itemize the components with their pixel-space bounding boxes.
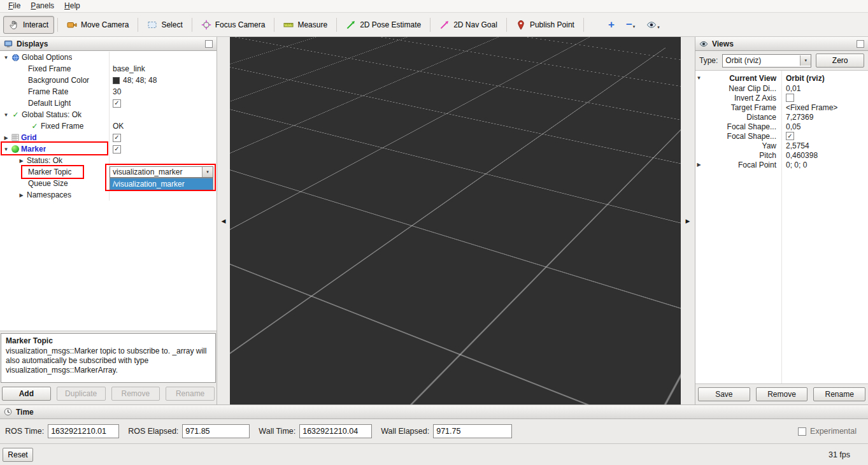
dropdown-option-selected[interactable]: /visualization_marker (110, 178, 213, 190)
background-color-value[interactable]: 48; 48; 48 (110, 75, 217, 86)
view-prop-row[interactable]: Near Clip Di... 0,01 (695, 83, 868, 93)
fixed-frame-value[interactable]: base_link (110, 63, 217, 75)
tree-row-background-color[interactable]: Background Color 48; 48; 48 (0, 75, 217, 86)
tool-visibility-button[interactable]: ▾ (644, 18, 662, 31)
wall-time-input[interactable] (299, 424, 372, 438)
expander-icon[interactable]: ▼ (695, 75, 702, 81)
zero-button[interactable]: Zero (816, 54, 864, 68)
duplicate-display-button[interactable]: Duplicate (57, 387, 106, 401)
menu-help[interactable]: Help (59, 0, 85, 12)
combo-dropdown-button[interactable]: ▾ (800, 55, 811, 66)
view-prop-row[interactable]: Target Frame <Fixed Frame> (695, 103, 868, 112)
menu-file[interactable]: File (3, 0, 25, 12)
ros-elapsed-input[interactable] (182, 424, 250, 438)
pose-arrow-icon (346, 20, 356, 30)
panel-splitter-left[interactable]: ◀ (217, 37, 230, 404)
ros-time-input[interactable] (48, 424, 119, 438)
view-prop-row[interactable]: Yaw 2,5754 (695, 141, 868, 150)
expander-icon[interactable]: ▼ (3, 147, 10, 152)
ros-elapsed-label: ROS Elapsed: (128, 427, 178, 436)
experimental-toggle[interactable]: Experimental (798, 427, 857, 436)
tree-row-marker-topic[interactable]: Marker Topic visualization_marker ▾ (0, 166, 217, 178)
current-view-row[interactable]: ▼Current View Orbit (rviz) (695, 73, 868, 83)
yaw-value[interactable]: 2,5754 (781, 141, 868, 150)
expander-icon[interactable]: ▶ (695, 162, 702, 168)
tree-row-global-options[interactable]: ▼Global Options (0, 52, 217, 63)
views-icon (699, 39, 708, 48)
3d-viewport[interactable] (230, 37, 681, 404)
focal-point-value[interactable]: 0; 0; 0 (781, 161, 868, 169)
grid-enabled-checkbox[interactable]: ✓ (113, 134, 121, 142)
focal-shape-size-value[interactable]: 0,05 (781, 122, 868, 131)
tree-row-global-status[interactable]: ▼✓Global Status: Ok (0, 109, 217, 120)
frame-rate-value[interactable]: 30 (110, 86, 217, 97)
time-panel-header[interactable]: Time (0, 405, 868, 419)
experimental-checkbox[interactable] (798, 427, 806, 436)
pose-estimate-tool-button[interactable]: 2D Pose Estimate (340, 16, 427, 34)
panel-splitter-right[interactable]: ▶ (681, 37, 695, 404)
tree-row-frame-rate[interactable]: Frame Rate 30 (0, 86, 217, 97)
row-label: Namespaces (27, 190, 71, 199)
views-panel-header[interactable]: Views (695, 37, 868, 51)
move-camera-tool-button[interactable]: Move Camera (61, 16, 134, 34)
expander-icon[interactable]: ▶ (18, 158, 25, 164)
expander-icon[interactable]: ▶ (3, 135, 10, 141)
save-view-button[interactable]: Save (698, 387, 750, 401)
tree-row-marker-status[interactable]: ▶Status: Ok (0, 155, 217, 166)
near-clip-value[interactable]: 0,01 (781, 84, 868, 93)
tree-row-status-fixed-frame[interactable]: ✓Fixed Frame OK (0, 120, 217, 132)
add-tool-button[interactable]: + (606, 18, 616, 31)
collapse-right-icon[interactable]: ▶ (686, 218, 690, 224)
invert-z-checkbox[interactable] (786, 94, 794, 102)
expander-icon[interactable]: ▶ (18, 192, 25, 198)
camera-icon (67, 20, 77, 30)
publish-point-tool-button[interactable]: Publish Point (510, 16, 580, 34)
ruler-icon (283, 20, 294, 30)
remove-view-button[interactable]: Remove (756, 387, 808, 401)
views-tree[interactable]: ▼Current View Orbit (rviz) Near Clip Di.… (695, 70, 868, 384)
menu-panels[interactable]: Panels (25, 0, 59, 12)
view-type-combo[interactable]: Orbit (rviz) ▾ (722, 54, 811, 68)
reset-button[interactable]: Reset (3, 448, 33, 462)
rename-display-button[interactable]: Rename (166, 387, 215, 401)
view-prop-row[interactable]: Focal Shape... ✓ (695, 131, 868, 141)
select-tool-button[interactable]: Select (141, 16, 188, 34)
tree-row-fixed-frame[interactable]: Fixed Frame base_link (0, 63, 217, 75)
add-display-button[interactable]: Add (2, 387, 51, 401)
panel-float-button[interactable] (857, 40, 864, 48)
combo-dropdown-button[interactable]: ▾ (202, 167, 213, 177)
rename-view-button[interactable]: Rename (813, 387, 865, 401)
combo-value: Orbit (rviz) (723, 56, 800, 65)
tree-row-grid[interactable]: ▶Grid ✓ (0, 132, 217, 143)
collapse-left-icon[interactable]: ◀ (222, 218, 226, 224)
marker-topic-dropdown-list[interactable]: /visualization_marker (110, 178, 213, 190)
measure-tool-button[interactable]: Measure (278, 16, 333, 34)
nav-goal-tool-button[interactable]: 2D Nav Goal (434, 16, 503, 34)
tree-row-namespaces[interactable]: ▶Namespaces (0, 189, 217, 201)
focus-camera-tool-button[interactable]: Focus Camera (196, 16, 271, 34)
view-prop-row[interactable]: Focal Shape... 0,05 (695, 122, 868, 131)
marker-topic-combo[interactable]: visualization_marker ▾ (110, 166, 213, 178)
tree-row-marker[interactable]: ▼Marker ✓ (0, 143, 217, 155)
expander-icon[interactable]: ▼ (3, 112, 10, 118)
expander-icon[interactable]: ▼ (3, 55, 10, 61)
focal-shape-checkbox[interactable]: ✓ (786, 132, 794, 140)
row-label: Target Frame (731, 103, 776, 112)
displays-tree[interactable]: ▼Global Options Fixed Frame base_link Ba… (0, 51, 217, 331)
tree-row-default-light[interactable]: Default Light ✓ (0, 97, 217, 109)
wall-elapsed-input[interactable] (433, 424, 512, 438)
interact-tool-button[interactable]: Interact (3, 16, 54, 34)
displays-panel-header[interactable]: Displays (0, 37, 217, 51)
marker-enabled-checkbox[interactable]: ✓ (113, 145, 121, 154)
pitch-value[interactable]: 0,460398 (781, 151, 868, 160)
view-prop-row[interactable]: Distance 7,27369 (695, 112, 868, 122)
view-prop-row[interactable]: Pitch 0,460398 (695, 150, 868, 160)
view-prop-row-focal-point[interactable]: ▶Focal Point 0; 0; 0 (695, 160, 868, 169)
remove-tool-button[interactable]: −▾ (624, 18, 637, 31)
panel-float-button[interactable] (205, 40, 213, 48)
remove-display-button[interactable]: Remove (111, 387, 160, 401)
default-light-checkbox[interactable]: ✓ (113, 99, 121, 108)
target-frame-value[interactable]: <Fixed Frame> (781, 103, 868, 112)
view-prop-row[interactable]: Invert Z Axis (695, 93, 868, 103)
distance-value[interactable]: 7,27369 (781, 113, 868, 122)
